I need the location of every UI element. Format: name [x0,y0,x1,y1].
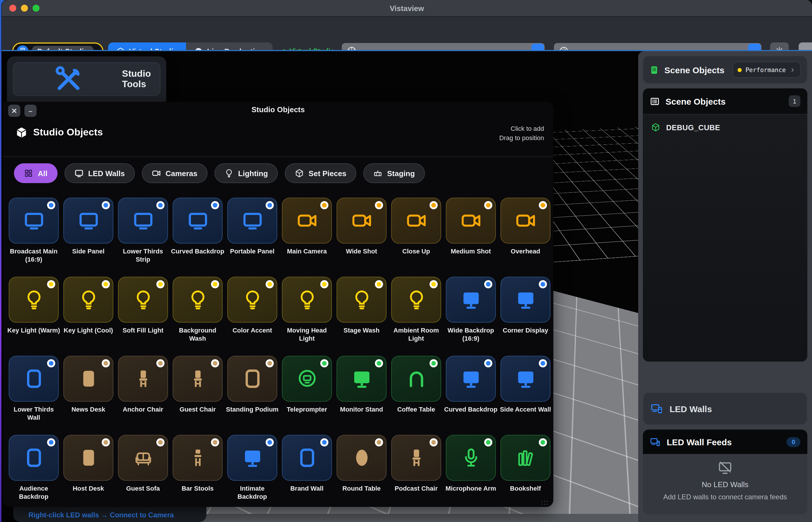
status-dot [156,359,164,367]
studio-object-tile[interactable] [446,356,496,402]
studio-object-cell: Monitor Stand [334,354,389,433]
scene-object-row[interactable]: DEBUG_CUBE [643,115,807,140]
status-dot [539,438,547,446]
studio-object-tile[interactable] [282,198,332,244]
list-icon [650,96,660,106]
studio-object-tile[interactable] [446,198,496,244]
studio-object-label: Bookshelf [498,485,553,493]
studio-object-tile[interactable] [172,277,223,323]
studio-object-tile[interactable] [501,356,550,402]
display-fill-icon [515,289,536,310]
chair-icon [405,447,427,468]
studio-object-tile[interactable] [227,356,277,402]
studio-object-tile[interactable] [63,198,113,244]
tab-staging[interactable]: Staging [363,163,425,183]
studio-object-tile[interactable] [172,356,223,402]
studio-object-tile[interactable] [227,277,277,323]
scene-objects-panel-header[interactable]: Scene Objects 1 [643,88,807,115]
studio-object-tile[interactable] [337,356,387,402]
connect-camera-link[interactable]: Right-click LED walls → Connect to Camer… [28,511,174,519]
status-dot [47,280,55,288]
studio-object-label: Audience Backdrop [6,485,61,501]
studio-object-tile[interactable] [337,198,387,244]
studio-object-cell: Intimate Backdrop [225,433,280,511]
studio-object-cell: Microphone Arm [444,433,498,511]
studio-object-tile[interactable] [227,435,277,481]
studio-object-tile[interactable] [282,356,332,402]
monitor-icon [74,168,83,178]
viewport-floor-strip [149,514,641,522]
studio-object-cell: Coffee Table [389,354,444,433]
led-wall-icon [650,402,663,415]
tab-led-walls[interactable]: LED Walls [64,163,135,183]
tab-lighting[interactable]: Lighting [214,163,278,183]
round-table-icon [351,447,372,468]
studio-object-tile[interactable] [9,356,59,402]
monitor-off-icon [717,460,733,476]
monitor-icon [78,210,99,232]
studio-object-cell: Portable Panel [225,195,280,274]
studio-object-label: Background Wash [170,327,225,342]
studio-object-tile[interactable] [118,198,168,244]
studio-object-tile[interactable] [172,435,223,481]
studio-object-tile[interactable] [227,198,277,244]
studio-object-tile[interactable] [118,356,168,402]
studio-object-tile[interactable] [282,435,332,481]
studio-object-tile[interactable] [391,198,441,244]
studio-object-tile[interactable] [391,277,441,323]
box-icon [15,126,28,139]
studio-object-tile[interactable] [282,277,332,323]
led-wall-feeds-header[interactable]: LED Wall Feeds 0 [643,429,807,454]
window-title: Vistaview [2,4,812,13]
cube-icon [295,168,304,178]
hint-drag: Drag to position [499,133,544,142]
studio-object-tile[interactable] [446,277,496,323]
studio-objects-titlebar: ✕ – Studio Objects [3,102,553,119]
tab-cameras[interactable]: Cameras [142,163,207,183]
studio-object-tile[interactable] [63,277,113,323]
studio-object-tile[interactable] [63,356,113,402]
studio-object-cell: Guest Chair [170,354,225,433]
studio-objects-grid: Broadcast Main (16:9)Side PanelLower Thi… [6,195,553,511]
status-dot [156,201,164,209]
studio-object-tile[interactable] [391,356,441,402]
studio-object-tile[interactable] [446,435,496,481]
studio-object-tile[interactable] [391,435,441,481]
resize-grip[interactable]: ······ [541,499,549,505]
app-window: Vistaview Default Studio Virtual StudioL… [2,0,812,522]
tab-set-pieces[interactable]: Set Pieces [285,163,356,183]
led-walls-title: LED Walls [670,404,712,414]
studio-object-tile[interactable] [9,435,59,481]
studio-object-cell: Side Accent Wall [498,354,553,433]
status-dot [539,359,547,367]
status-dot [375,201,383,209]
studio-object-tile[interactable] [501,277,550,323]
studio-object-cell: Background Wash [170,274,225,354]
performance-button[interactable]: Performance [733,62,801,78]
tab-all[interactable]: All [14,163,57,183]
studio-object-tile[interactable] [118,277,168,323]
studio-object-tile[interactable] [9,198,59,244]
studio-object-tile[interactable] [172,198,223,244]
studio-object-tile[interactable] [337,277,387,323]
studio-object-label: Stage Wash [334,327,389,335]
status-dot [429,359,438,367]
studio-object-tile[interactable] [501,435,550,481]
studio-object-tile[interactable] [337,435,387,481]
studio-object-tile[interactable] [9,277,59,323]
status-dot [47,359,55,367]
studio-tools-header[interactable]: Studio Tools [13,62,160,96]
led-walls-card[interactable]: LED Walls [643,393,807,425]
table-arch-icon [405,368,427,389]
studio-object-label: Side Accent Wall [498,406,553,414]
toolbar: Default Studio Virtual StudioLive Produc… [2,17,812,50]
performance-status-dot [738,68,742,72]
studio-object-tile[interactable] [501,198,550,244]
studio-object-tile[interactable] [63,435,113,481]
status-dot [266,438,274,446]
tab-label: Lighting [238,169,268,178]
panel-window-title: Studio Objects [3,105,553,114]
status-dot [266,359,274,367]
frame-icon [296,447,318,468]
studio-object-tile[interactable] [118,435,168,481]
